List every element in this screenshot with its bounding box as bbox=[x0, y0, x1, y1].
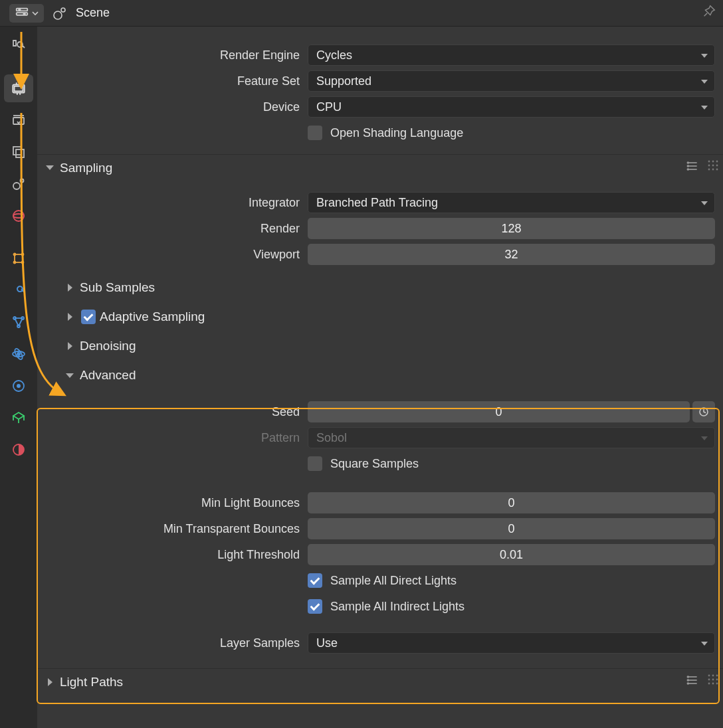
tab-physics[interactable] bbox=[4, 340, 33, 368]
svg-point-16 bbox=[13, 183, 20, 189]
svg-line-30 bbox=[19, 318, 23, 326]
render-engine-select[interactable]: Cycles bbox=[308, 45, 715, 66]
svg-point-45 bbox=[687, 169, 688, 170]
render-engine-label: Render Engine bbox=[45, 48, 308, 62]
disclosure-right-icon bbox=[65, 312, 74, 321]
svg-rect-15 bbox=[16, 149, 24, 157]
drag-handle-icon[interactable] bbox=[707, 674, 719, 690]
sampling-panel-header[interactable]: Sampling bbox=[37, 154, 723, 181]
svg-point-21 bbox=[14, 254, 16, 256]
properties-tabs bbox=[0, 27, 37, 728]
svg-point-19 bbox=[13, 214, 24, 218]
svg-point-70 bbox=[716, 683, 718, 685]
square-samples-checkbox[interactable] bbox=[308, 456, 322, 471]
svg-rect-14 bbox=[13, 147, 21, 155]
svg-point-31 bbox=[17, 353, 20, 355]
svg-point-60 bbox=[687, 680, 688, 681]
svg-point-23 bbox=[14, 262, 16, 264]
sample-indirect-checkbox[interactable] bbox=[308, 599, 322, 614]
sample-direct-label: Sample All Direct Lights bbox=[330, 574, 457, 588]
svg-point-63 bbox=[712, 675, 714, 677]
svg-point-62 bbox=[708, 675, 710, 677]
adaptive-sampling-checkbox[interactable] bbox=[81, 310, 96, 324]
adaptive-sampling-panel-header[interactable]: Adaptive Sampling bbox=[45, 302, 715, 331]
device-label: Device bbox=[45, 100, 308, 114]
svg-point-17 bbox=[21, 179, 24, 183]
svg-point-44 bbox=[687, 165, 688, 167]
integrator-select[interactable]: Branched Path Tracing bbox=[308, 192, 715, 213]
osl-checkbox[interactable] bbox=[308, 126, 322, 140]
tab-data[interactable] bbox=[4, 404, 33, 432]
tab-constraints[interactable] bbox=[4, 372, 33, 400]
preset-icon[interactable] bbox=[686, 159, 699, 176]
properties-header: Scene bbox=[0, 0, 723, 27]
pattern-select: Sobol bbox=[308, 427, 715, 448]
svg-point-54 bbox=[716, 169, 718, 171]
viewport-samples-field[interactable]: 32 bbox=[308, 244, 715, 265]
tab-viewlayer[interactable] bbox=[4, 138, 33, 166]
light-threshold-field[interactable]: 0.01 bbox=[308, 544, 715, 565]
svg-point-66 bbox=[712, 679, 714, 681]
osl-label: Open Shading Language bbox=[330, 126, 463, 140]
svg-point-22 bbox=[22, 254, 24, 256]
tab-particles[interactable] bbox=[4, 308, 33, 336]
seed-label: Seed bbox=[45, 405, 308, 419]
feature-set-select[interactable]: Supported bbox=[308, 70, 715, 92]
svg-point-51 bbox=[716, 165, 718, 167]
svg-point-52 bbox=[708, 169, 710, 171]
svg-point-61 bbox=[687, 683, 688, 684]
svg-rect-20 bbox=[15, 254, 23, 262]
sample-indirect-label: Sample All Indirect Lights bbox=[330, 600, 465, 614]
disclosure-down-icon bbox=[65, 371, 74, 380]
svg-rect-8 bbox=[15, 86, 23, 92]
pin-icon[interactable] bbox=[702, 4, 716, 22]
layer-samples-label: Layer Samples bbox=[45, 636, 308, 650]
tab-tool[interactable] bbox=[4, 32, 33, 60]
device-select[interactable]: CPU bbox=[308, 96, 715, 118]
disclosure-right-icon bbox=[65, 341, 74, 351]
svg-point-53 bbox=[712, 169, 714, 171]
svg-point-5 bbox=[61, 8, 65, 12]
svg-point-43 bbox=[687, 162, 688, 163]
svg-point-47 bbox=[712, 161, 714, 163]
seed-clock-button[interactable] bbox=[692, 401, 715, 422]
svg-point-35 bbox=[17, 384, 21, 388]
tab-scene[interactable] bbox=[4, 170, 33, 198]
advanced-panel-header[interactable]: Advanced bbox=[45, 361, 715, 390]
properties-icon bbox=[15, 6, 29, 21]
tab-object[interactable] bbox=[4, 244, 33, 272]
tab-render[interactable] bbox=[4, 74, 33, 102]
square-samples-label: Square Samples bbox=[330, 457, 419, 471]
layer-samples-select[interactable]: Use bbox=[308, 632, 715, 654]
svg-point-64 bbox=[716, 675, 718, 677]
svg-point-50 bbox=[712, 165, 714, 167]
disclosure-right-icon bbox=[45, 678, 54, 687]
scene-icon bbox=[52, 5, 68, 21]
preset-icon[interactable] bbox=[686, 674, 699, 690]
advanced-panel-body: Seed 0 Pattern Sobol Square Samples Min bbox=[45, 401, 715, 654]
render-samples-label: Render bbox=[45, 222, 308, 236]
svg-line-6 bbox=[704, 13, 708, 17]
svg-point-4 bbox=[54, 11, 62, 19]
tab-output[interactable] bbox=[4, 106, 33, 134]
min-transparent-bounces-field[interactable]: 0 bbox=[308, 518, 715, 539]
seed-field[interactable]: 0 bbox=[308, 401, 690, 422]
render-properties-content: Render Engine Cycles Feature Set Support… bbox=[37, 27, 723, 728]
sample-direct-checkbox[interactable] bbox=[308, 573, 322, 588]
min-light-bounces-field[interactable]: 0 bbox=[308, 492, 715, 513]
editor-type-button[interactable] bbox=[9, 4, 44, 23]
tab-modifiers[interactable] bbox=[4, 276, 33, 304]
render-samples-field[interactable]: 128 bbox=[308, 218, 715, 239]
drag-handle-icon[interactable] bbox=[707, 159, 719, 176]
light-paths-panel-header[interactable]: Light Paths bbox=[37, 668, 723, 695]
tab-world[interactable] bbox=[4, 202, 33, 230]
integrator-label: Integrator bbox=[45, 196, 308, 210]
sub-samples-panel-header[interactable]: Sub Samples bbox=[45, 273, 715, 302]
chevron-down-icon bbox=[32, 10, 39, 17]
tab-material[interactable] bbox=[4, 436, 33, 464]
denoising-panel-header[interactable]: Denoising bbox=[45, 331, 715, 361]
light-threshold-label: Light Threshold bbox=[45, 548, 308, 562]
disclosure-down-icon bbox=[45, 163, 54, 173]
svg-point-49 bbox=[708, 165, 710, 167]
min-transparent-bounces-label: Min Transparent Bounces bbox=[45, 522, 308, 536]
